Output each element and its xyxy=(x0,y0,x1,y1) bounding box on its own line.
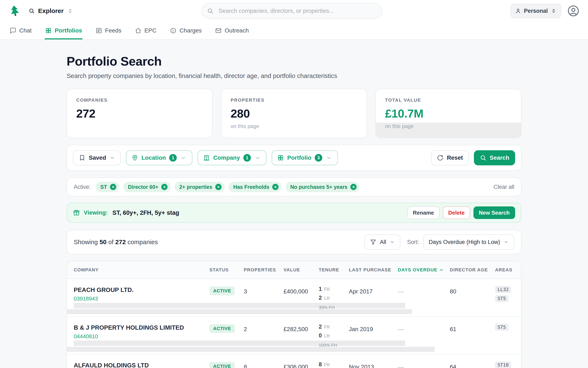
areas-cell: ST5 xyxy=(495,322,514,331)
svg-text:£: £ xyxy=(173,29,174,32)
areas-cell: LL32ST5 xyxy=(495,284,514,302)
freehold-percentage-bar: 100% FH xyxy=(74,340,405,346)
column-header-status[interactable]: STATUS xyxy=(209,267,244,273)
search-label: Search xyxy=(490,155,509,161)
filter-pill-location[interactable]: Location 1 xyxy=(126,150,193,165)
active-filter-chip[interactable]: Has Freeholds × xyxy=(229,182,281,192)
row-sub-bar xyxy=(67,347,435,352)
area-chip: ST5 xyxy=(495,324,508,331)
sort-dropdown[interactable]: Days Overdue (High to Low) xyxy=(423,235,514,250)
active-filter-chip[interactable]: Director 60+ × xyxy=(123,182,170,192)
active-filter-chip[interactable]: No purchases 5+ years × xyxy=(286,182,360,192)
stat-note: on this page xyxy=(385,123,512,129)
sort-value: Days Overdue (High to Low) xyxy=(429,239,500,245)
active-filter-chip[interactable]: ST × xyxy=(96,182,119,192)
company-cell: PEACH GROUP LTD. 03918943 xyxy=(74,284,209,302)
chip-label: ST xyxy=(100,184,107,190)
chevdown-icon xyxy=(254,155,261,161)
delete-button[interactable]: Delete xyxy=(443,206,470,219)
tab-epc[interactable]: EPC xyxy=(134,22,157,39)
saved-search-name: ST, 60y+, 2FH, 5y+ stag xyxy=(112,209,179,216)
value-cell: £306,000 xyxy=(284,360,319,368)
filter-pill-label: Company xyxy=(213,155,240,161)
remove-filter-icon[interactable]: × xyxy=(272,184,278,190)
person-icon xyxy=(515,8,521,14)
column-header-company[interactable]: COMPANY xyxy=(74,267,209,273)
table-row[interactable]: B & J PROPERTY HOLDINGS LIMITED 04440810… xyxy=(67,317,521,354)
filter-pill-label: Location xyxy=(142,155,166,161)
app-logo-icon[interactable] xyxy=(8,5,21,17)
table-row[interactable]: PEACH GROUP LTD. 03918943 ACTIVE 3 £400,… xyxy=(67,279,521,317)
tab-outreach-label: Outreach xyxy=(225,27,249,34)
new-search-button[interactable]: New Search xyxy=(473,206,515,219)
tenure-cell: 8FH 0LH xyxy=(319,360,349,368)
remove-filter-icon[interactable]: × xyxy=(110,184,116,190)
remove-filter-icon[interactable]: × xyxy=(215,184,222,190)
clear-all-link[interactable]: Clear all xyxy=(494,184,514,190)
company-name: ALFAULD HOLDINGS LTD xyxy=(74,360,209,368)
saved-searches-button[interactable]: Saved xyxy=(73,150,121,165)
status-cell: ACTIVE xyxy=(209,284,244,295)
last-purchase-cell: Nov 2013 xyxy=(349,360,398,368)
top-bar: Explorer Personal xyxy=(0,0,588,22)
search-icon xyxy=(207,8,214,14)
tab-feeds[interactable]: Feeds xyxy=(95,22,122,39)
column-header-properties[interactable]: PROPERTIES xyxy=(244,267,284,273)
status-cell: ACTIVE xyxy=(209,360,244,368)
account-label: Personal xyxy=(524,8,548,14)
days-overdue-cell: — xyxy=(398,284,450,295)
active-filters-label: Active: xyxy=(74,184,91,190)
company-number-link[interactable]: 03918943 xyxy=(74,295,98,302)
filter-pills: Location 1 Company 1 Portfolio 3 xyxy=(126,150,338,165)
remove-filter-icon[interactable]: × xyxy=(161,184,168,190)
filter-pill-portfolio[interactable]: Portfolio 3 xyxy=(272,150,338,165)
active-filters-bar: Active: ST × Director 60+ × 2+ propertie… xyxy=(67,177,521,196)
reset-button[interactable]: Reset xyxy=(431,150,469,165)
page-subtitle: Search property companies by location, f… xyxy=(67,72,521,79)
table-row[interactable]: ALFAULD HOLDINGS LTD 05745690 ACTIVE 8 £… xyxy=(67,354,521,368)
column-header-days-overdue[interactable]: DAYS OVERDUE xyxy=(398,267,450,273)
properties-cell: 8 xyxy=(244,360,284,368)
chip-label: Has Freeholds xyxy=(233,184,269,190)
column-header-last-purchase[interactable]: LAST PURCHASE xyxy=(349,267,398,273)
search-button[interactable]: Search xyxy=(474,150,515,165)
chip-label: No purchases 5+ years xyxy=(290,184,347,190)
status-filter-dropdown[interactable]: All xyxy=(364,235,400,250)
company-number-link[interactable]: 04440810 xyxy=(74,333,98,340)
workspace-name: Explorer xyxy=(38,7,64,14)
tab-portfolios[interactable]: Portfolios xyxy=(45,22,82,39)
active-filter-chip[interactable]: 2+ properties × xyxy=(175,182,224,192)
account-switcher-button[interactable]: Personal xyxy=(510,4,561,18)
chevron-updown-icon xyxy=(67,8,73,14)
company-name: B & J PROPERTY HOLDINGS LIMITED xyxy=(74,322,209,331)
company-cell: B & J PROPERTY HOLDINGS LIMITED 04440810 xyxy=(74,322,209,340)
chevron-updown-icon xyxy=(551,8,557,14)
user-avatar-icon[interactable] xyxy=(567,5,580,17)
column-header-areas[interactable]: AREAS xyxy=(495,267,514,273)
tab-charges[interactable]: £ Charges xyxy=(169,22,202,39)
column-header-tenure[interactable]: TENURE xyxy=(319,267,349,273)
tenure-cell: 1FH 2LH xyxy=(319,284,349,302)
freehold-percentage-bar: 33% FH xyxy=(74,303,405,308)
tab-outreach[interactable]: Outreach xyxy=(215,22,249,39)
column-header-director-age[interactable]: DIRECTOR AGE xyxy=(450,267,495,273)
filter-pill-label: Portfolio xyxy=(287,155,311,161)
grid-icon xyxy=(45,27,52,34)
filter-pill-company[interactable]: Company 1 xyxy=(197,150,267,165)
reset-label: Reset xyxy=(447,155,463,161)
rename-button[interactable]: Rename xyxy=(407,206,439,219)
main-nav: Chat Portfolios Feeds EPC £ Charges Outr… xyxy=(0,22,588,40)
global-search-input[interactable] xyxy=(201,3,382,19)
sort-label: Sort: xyxy=(407,239,419,245)
gift-icon xyxy=(73,209,80,216)
viewing-label: Viewing: xyxy=(84,209,108,216)
chevron-down-icon xyxy=(390,239,395,245)
chevron-down-icon xyxy=(503,239,509,245)
column-header-value[interactable]: VALUE xyxy=(284,267,319,273)
active-filter-chips: ST × Director 60+ × 2+ properties × Has … xyxy=(96,182,360,192)
tab-chat[interactable]: Chat xyxy=(9,22,32,39)
area-chip: ST10 xyxy=(495,361,511,368)
workspace-selector[interactable]: Explorer xyxy=(28,7,73,14)
building-icon xyxy=(203,155,210,161)
remove-filter-icon[interactable]: × xyxy=(350,184,356,190)
